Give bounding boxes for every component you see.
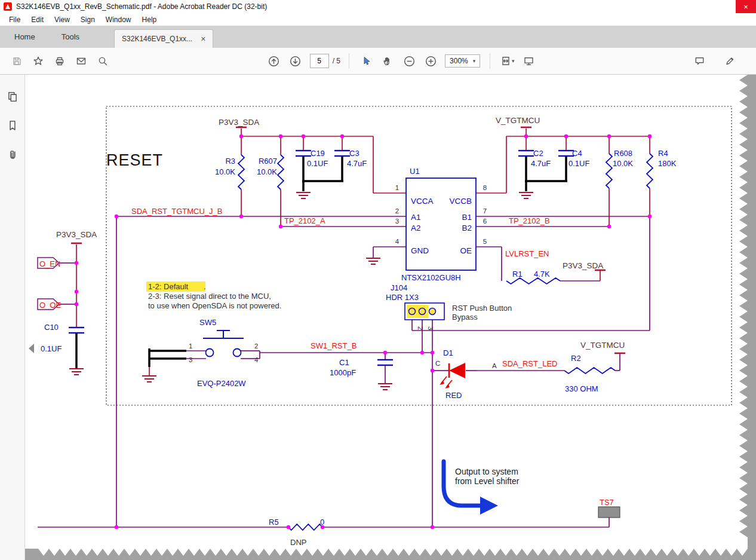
u1-pin-number-7: 7 <box>483 207 487 215</box>
u1-pin-b2: B2 <box>462 224 472 232</box>
label-c4: C4 <box>572 149 582 158</box>
u1-pin-number-6: 6 <box>483 218 487 225</box>
note-line-3: to use when OpenSDA is not powered. <box>148 301 281 310</box>
junction-dot <box>340 134 344 138</box>
select-tool-button[interactable] <box>355 51 377 71</box>
net-sda-rst-tgtmcu: SDA_RST_TGTMCU_J_B <box>131 207 222 216</box>
paperclip-icon <box>7 148 19 160</box>
net-sda-rst-led: SDA_RST_LED <box>502 359 557 368</box>
note-rst-push-button: RST Push Button <box>452 304 512 313</box>
junction-dot <box>321 525 324 529</box>
label-r3-value: 10.0K <box>215 167 235 176</box>
print-button[interactable] <box>49 51 70 71</box>
save-button[interactable] <box>6 51 27 71</box>
port-o-oe-label: O_OE <box>39 301 61 310</box>
label-c2: C2 <box>533 149 543 158</box>
label-c10-value: 0.1UF <box>41 344 62 353</box>
menu-view[interactable]: View <box>49 16 75 24</box>
junction-dot <box>75 302 78 306</box>
label-c1: C1 <box>339 358 349 367</box>
page-down-icon <box>290 56 301 67</box>
zoom-level-value: 300% <box>450 57 468 65</box>
fill-sign-button[interactable] <box>719 51 740 71</box>
u1-pin-gnd: GND <box>411 246 429 255</box>
fit-width-button[interactable]: ▾ <box>496 51 518 71</box>
comment-button[interactable] <box>689 51 711 71</box>
ts7-pad <box>598 507 620 518</box>
tab-document[interactable]: S32K146EVB_Q1xx... × <box>114 29 213 48</box>
page-up-icon <box>268 56 279 67</box>
tab-close-icon[interactable]: × <box>201 35 205 43</box>
page-number-input[interactable] <box>310 54 329 68</box>
search-icon <box>97 56 108 66</box>
menu-edit[interactable]: Edit <box>26 16 49 24</box>
sw5-pin-2: 2 <box>254 342 258 350</box>
email-button[interactable] <box>70 51 92 71</box>
zoom-in-button[interactable] <box>420 51 441 71</box>
sw5-pin-4: 4 <box>254 356 259 363</box>
menu-file[interactable]: File <box>4 16 26 24</box>
label-d1-color: RED <box>445 391 462 400</box>
label-r4-value: 180K <box>658 159 677 168</box>
label-c4-value: 0.1UF <box>568 159 589 168</box>
hand-tool-button[interactable] <box>377 51 398 71</box>
attachments-button[interactable] <box>4 145 21 163</box>
bookmarks-button[interactable] <box>4 117 21 134</box>
sw5-pin-3: 3 <box>189 356 192 363</box>
sw5-contact <box>233 349 241 357</box>
presentation-mode-button[interactable] <box>518 51 539 71</box>
favorites-button[interactable] <box>27 51 49 71</box>
toolbar-right-group <box>689 51 750 71</box>
comment-icon <box>694 56 705 66</box>
label-r1-value: 4.7K <box>534 270 550 279</box>
zoom-out-button[interactable] <box>398 51 420 71</box>
note-default-highlight: 1-2: Default <box>148 282 189 291</box>
label-r2: R2 <box>571 354 581 363</box>
label-c19: C19 <box>311 149 325 158</box>
hand-icon <box>382 56 393 66</box>
main-toolbar: / 5 300% ▾ <box>0 48 756 75</box>
presentation-icon <box>523 56 534 66</box>
junction-dot <box>383 351 387 354</box>
menu-window[interactable]: Window <box>100 16 137 24</box>
u1-pin-vccb: VCCB <box>449 197 472 206</box>
label-c3-value: 4.7uF <box>347 159 367 168</box>
menu-help[interactable]: Help <box>137 16 162 24</box>
junction-dot <box>279 134 282 138</box>
menu-sign[interactable]: Sign <box>75 16 100 24</box>
window-close-button[interactable]: × <box>736 0 756 13</box>
pdf-page-view[interactable]: RESET P3V3_SDA V_TGTMCU P3V3_SDA V_TGTMC… <box>25 75 756 560</box>
label-r5: R5 <box>269 518 279 527</box>
previous-page-button[interactable] <box>263 51 285 71</box>
junction-dot <box>287 525 290 529</box>
label-c10: C10 <box>44 323 59 332</box>
zoom-level-select[interactable]: 300% ▾ <box>445 54 480 68</box>
email-icon <box>76 56 87 66</box>
label-u1-part: NTSX2102GU8H <box>401 273 461 282</box>
label-u1: U1 <box>410 167 420 176</box>
label-r607-value: 10.0K <box>257 167 277 176</box>
main-area: RESET P3V3_SDA V_TGTMCU P3V3_SDA V_TGTMC… <box>0 75 756 560</box>
net-tp-2102-a: TP_2102_A <box>284 216 325 225</box>
tab-home[interactable]: Home <box>1 26 48 48</box>
junction-dot <box>239 134 243 138</box>
toolbar-center-group: / 5 300% ▾ <box>263 51 540 71</box>
copy-pages-button[interactable] <box>4 88 21 106</box>
next-page-button[interactable] <box>285 51 306 71</box>
star-icon <box>33 56 44 66</box>
search-button[interactable] <box>92 51 113 71</box>
label-r2-value: 330 OHM <box>565 384 598 393</box>
label-sw5-part: EVQ-P2402W <box>197 379 246 388</box>
d1-anode-label: A <box>492 362 497 369</box>
tab-tools[interactable]: Tools <box>48 26 93 48</box>
d1-cathode-label: C <box>435 360 440 367</box>
label-r3: R3 <box>225 157 235 166</box>
junction-dot <box>564 134 568 138</box>
note-output-1: Output to system <box>455 467 518 476</box>
label-d1: D1 <box>443 348 453 357</box>
net-tp-2102-b: TP_2102_B <box>509 216 550 225</box>
j104-pin-2: 2 <box>417 326 424 330</box>
u1-pin-number-3: 3 <box>395 218 399 225</box>
toolbar-left-group <box>6 51 113 71</box>
label-c2-value: 4.7uF <box>531 159 551 168</box>
